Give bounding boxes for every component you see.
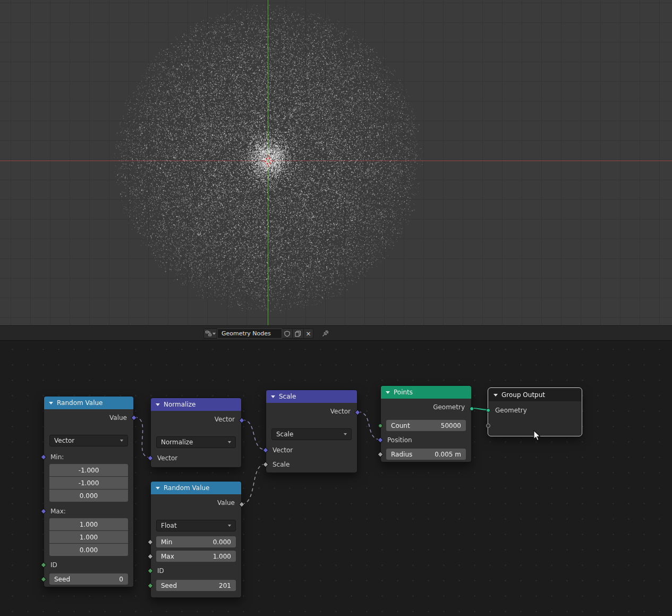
collapse-chevron-icon[interactable]: [386, 391, 390, 394]
output-label: Vector: [215, 416, 235, 423]
collapse-chevron-icon[interactable]: [271, 395, 275, 398]
collapse-chevron-icon[interactable]: [494, 394, 498, 396]
max-vector-fields: 1.000 1.000 0.000: [49, 518, 128, 556]
data-type-value: Vector: [54, 437, 74, 444]
radius-value: 0.005 m: [435, 451, 461, 458]
3d-viewport[interactable]: [0, 0, 672, 325]
node-title: Points: [394, 389, 413, 396]
operation-value: Normalize: [161, 438, 193, 446]
output-row-vector: Vector: [151, 413, 241, 426]
vector-input-label: Vector: [273, 446, 293, 454]
seed-label: Seed: [54, 576, 70, 583]
node-header[interactable]: Random Value: [44, 396, 133, 409]
id-row: ID: [151, 566, 241, 576]
node-tree-name: Geometry Nodes: [222, 330, 271, 337]
node-header[interactable]: Group Output: [489, 389, 581, 401]
id-row: ID: [44, 560, 133, 570]
3d-cursor-icon: [262, 155, 275, 167]
count-field[interactable]: Count 50000: [386, 420, 466, 431]
operation-value: Scale: [276, 431, 293, 438]
output-row-value: Value: [44, 411, 133, 424]
chevron-down-icon: [120, 440, 123, 442]
scale-input-label: Scale: [273, 461, 290, 468]
min-label-row: Min:: [44, 452, 133, 462]
max-value: 1.000: [213, 553, 231, 560]
node-scale[interactable]: Scale Vector Scale Vector Scale: [266, 390, 358, 473]
socket-count-input[interactable]: [378, 424, 382, 428]
min-y-field[interactable]: -1.000: [49, 477, 128, 489]
browse-dropdown-icon: [212, 333, 216, 335]
input-row-geometry: Geometry: [489, 404, 581, 417]
output-label: Value: [217, 499, 235, 507]
count-label: Count: [391, 422, 410, 429]
count-value: 50000: [441, 422, 461, 429]
position-row: Position: [381, 435, 471, 445]
seed-value: 201: [219, 582, 231, 589]
input-row-vector: Vector: [266, 445, 357, 455]
max-z-field[interactable]: 0.000: [49, 544, 128, 556]
min-x-field[interactable]: -1.000: [49, 464, 128, 476]
id-label: ID: [157, 567, 164, 575]
data-type-dropdown[interactable]: Float: [156, 520, 236, 531]
position-label: Position: [387, 436, 412, 444]
input-label: Vector: [157, 454, 177, 462]
seed-field[interactable]: Seed 0: [49, 573, 128, 585]
operation-dropdown[interactable]: Scale: [271, 428, 352, 440]
max-label: Max: [161, 553, 174, 560]
node-group-output[interactable]: Group Output Geometry: [488, 388, 582, 436]
max-label: Max:: [50, 508, 66, 515]
node-points[interactable]: Points Geometry Count 50000 Position Rad…: [380, 385, 472, 462]
max-y-field[interactable]: 1.000: [49, 531, 128, 543]
socket-geometry-input[interactable]: [486, 408, 490, 412]
node-title: Random Value: [164, 484, 209, 492]
max-field[interactable]: Max 1.000: [156, 551, 236, 562]
node-header[interactable]: Random Value: [151, 482, 241, 494]
output-row-value: Value: [151, 496, 241, 509]
radius-field[interactable]: Radius 0.005 m: [386, 449, 466, 460]
min-label: Min:: [50, 453, 64, 461]
close-icon: ×: [305, 330, 311, 337]
node-header[interactable]: Normalize: [151, 398, 241, 411]
fake-user-button[interactable]: [282, 328, 293, 339]
browse-node-tree-button[interactable]: [203, 328, 217, 339]
data-type-dropdown[interactable]: Vector: [49, 435, 128, 446]
data-type-value: Float: [161, 522, 177, 529]
chevron-down-icon: [344, 433, 347, 435]
node-title: Group Output: [501, 391, 545, 399]
output-label: Geometry: [433, 403, 465, 411]
pin-button[interactable]: [320, 328, 330, 339]
min-z-field[interactable]: 0.000: [49, 490, 128, 502]
seed-field[interactable]: Seed 201: [156, 580, 236, 591]
node-tree-name-field[interactable]: Geometry Nodes: [217, 328, 282, 339]
seed-label: Seed: [161, 582, 177, 589]
socket-geometry-output[interactable]: [470, 407, 474, 411]
radius-label: Radius: [391, 451, 412, 458]
chevron-down-icon: [228, 441, 231, 443]
node-random-value-vector[interactable]: Random Value Value Vector Min: -1.000 -1…: [44, 396, 134, 587]
operation-dropdown[interactable]: Normalize: [156, 436, 236, 448]
duplicate-icon: [295, 331, 301, 337]
id-label: ID: [50, 561, 57, 569]
output-row-geometry: Geometry: [381, 401, 471, 414]
shield-icon: [284, 331, 290, 337]
collapse-chevron-icon[interactable]: [156, 403, 160, 406]
collapse-chevron-icon[interactable]: [156, 487, 160, 490]
collapse-chevron-icon[interactable]: [49, 402, 53, 404]
node-random-value-float[interactable]: Random Value Value Float Min 0.000 Max 1…: [150, 481, 242, 598]
node-editor-header: Geometry Nodes ×: [0, 325, 672, 341]
input-row-vector: Vector: [151, 453, 241, 463]
output-label: Vector: [330, 408, 351, 415]
max-x-field[interactable]: 1.000: [49, 518, 128, 530]
node-header[interactable]: Scale: [266, 390, 357, 403]
min-field[interactable]: Min 0.000: [156, 536, 236, 547]
output-row-vector: Vector: [266, 405, 357, 418]
node-header[interactable]: Points: [381, 386, 471, 399]
chevron-down-icon: [228, 525, 231, 527]
unlink-node-tree-button[interactable]: ×: [304, 328, 313, 339]
seed-value: 0: [119, 576, 123, 583]
node-normalize[interactable]: Normalize Vector Normalize Vector: [150, 398, 242, 468]
socket-extension-input[interactable]: [486, 424, 490, 428]
new-node-tree-button[interactable]: [293, 328, 304, 339]
min-label: Min: [161, 538, 172, 546]
node-title: Scale: [279, 393, 296, 400]
